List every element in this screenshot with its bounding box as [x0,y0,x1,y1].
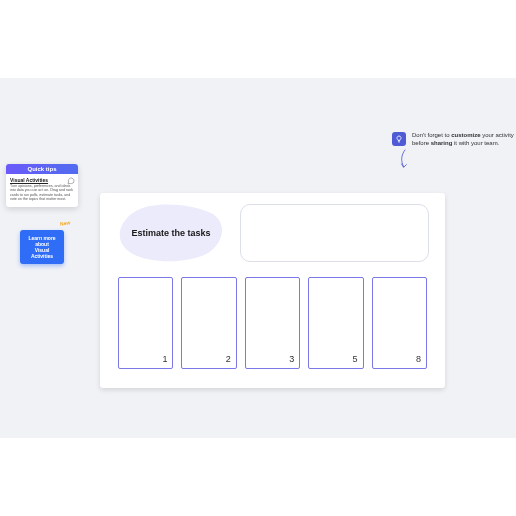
card-value: 8 [416,354,421,364]
hint-text: Don't forget to customize your activity … [412,132,516,148]
tips-description: Turn opinions, preferences, and ideas in… [10,184,74,202]
learn-more-line2: Visual Activities [26,247,58,259]
card-value: 1 [162,354,167,364]
estimate-card[interactable]: 1 [118,277,173,369]
activity-canvas[interactable]: Estimate the tasks 1 2 3 5 8 [100,193,445,388]
estimate-card[interactable]: 5 [308,277,363,369]
activity-prompt[interactable]: Estimate the tasks [116,203,226,263]
learn-more-line1: Learn more about [26,235,58,247]
chat-icon [67,177,75,186]
response-dropzone[interactable] [240,204,429,262]
learn-more-button[interactable]: Learn more about Visual Activities [20,230,64,264]
card-value: 5 [353,354,358,364]
estimate-cards-row: 1 2 3 5 8 [116,277,429,369]
estimate-card[interactable]: 3 [245,277,300,369]
card-value: 3 [289,354,294,364]
estimate-card[interactable]: 2 [181,277,236,369]
activity-prompt-text: Estimate the tasks [131,228,210,238]
hint-arrow-icon [398,148,412,170]
tips-title: Visual Activities [10,178,74,183]
lightbulb-icon [392,132,406,146]
quick-tips-card: Quick tips Visual Activities Turn opinio… [6,164,78,207]
quick-tips-header: Quick tips [6,164,78,174]
customize-hint: Don't forget to customize your activity … [392,132,516,148]
estimate-card[interactable]: 8 [372,277,427,369]
card-value: 2 [226,354,231,364]
